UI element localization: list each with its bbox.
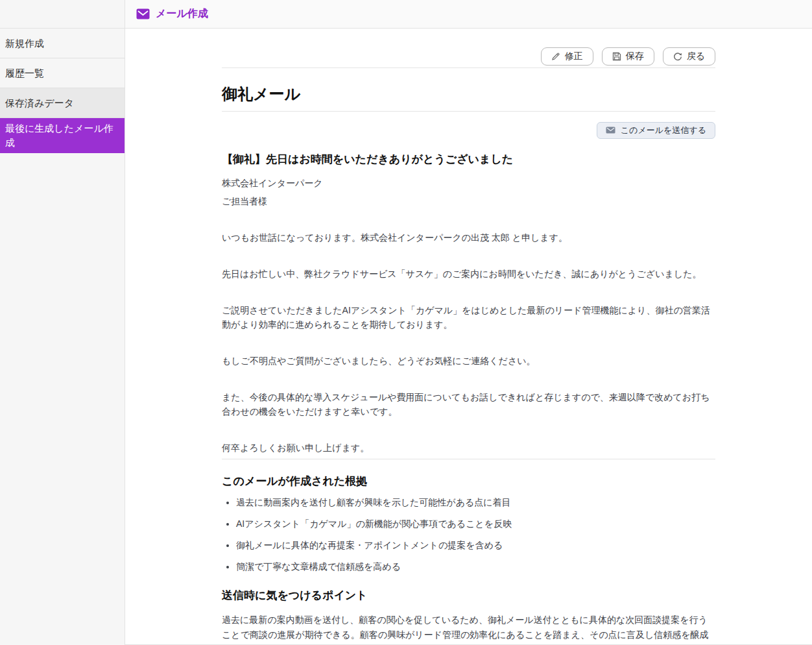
rationale-item: 過去に動画案内を送付し顧客が興味を示した可能性がある点に着目 bbox=[236, 496, 715, 509]
sidebar-item-history-list[interactable]: 履歴一覧 bbox=[0, 58, 125, 88]
email-body-line: また、今後の具体的な導入スケジュールや費用面についてもお話しできればと存じますの… bbox=[222, 390, 715, 419]
page-content: 修正 保存 bbox=[125, 29, 812, 645]
email-body-line bbox=[222, 372, 715, 386]
app-window: 新規作成 履歴一覧 保存済みデータ 最後に生成したメール作成 メール作成 bbox=[0, 0, 812, 645]
sidebar: 新規作成 履歴一覧 保存済みデータ 最後に生成したメール作成 bbox=[0, 0, 125, 645]
email-body-line: ご担当者様 bbox=[222, 194, 715, 208]
mail-envelope-icon bbox=[136, 8, 150, 19]
send-mail-button[interactable]: このメールを送信する bbox=[597, 122, 715, 139]
email-body-line: 株式会社インターパーク bbox=[222, 176, 715, 190]
toolbar: 修正 保存 bbox=[222, 47, 715, 68]
sidebar-item-saved-data[interactable]: 保存済みデータ bbox=[0, 88, 125, 118]
sidebar-header-spacer bbox=[0, 0, 125, 29]
send-envelope-icon bbox=[606, 126, 615, 136]
edit-button-label: 修正 bbox=[565, 51, 583, 62]
reload-icon bbox=[673, 52, 682, 61]
email-subject: 【御礼】先日はお時間をいただきありがとうございました bbox=[222, 152, 715, 166]
email-body-line bbox=[222, 212, 715, 226]
caution-heading: 送信時に気をつけるポイント bbox=[222, 588, 715, 603]
send-mail-button-label: このメールを送信する bbox=[621, 125, 706, 136]
email-body-line: もしご不明点やご質問がございましたら、どうぞお気軽にご連絡ください。 bbox=[222, 354, 715, 368]
app-title: メール作成 bbox=[156, 7, 208, 21]
caution-text: 過去に最新の案内動画を送付し、顧客の関心を促しているため、御礼メール送付とともに… bbox=[222, 613, 715, 645]
title-divider bbox=[222, 111, 715, 112]
email-body: 株式会社インターパーク ご担当者様 いつもお世話になっております。株式会社インタ… bbox=[222, 176, 715, 455]
email-body-line bbox=[222, 285, 715, 299]
email-body-line bbox=[222, 335, 715, 350]
save-button[interactable]: 保存 bbox=[602, 47, 654, 66]
save-button-label: 保存 bbox=[626, 51, 644, 62]
rationale-item: 簡潔で丁寧な文章構成で信頼感を高める bbox=[236, 560, 715, 574]
main-area: メール作成 修正 bbox=[125, 0, 812, 645]
email-body-line: ご説明させていただきましたAIアシスタント「カゲマル」をはじめとした最新のリード… bbox=[222, 303, 715, 332]
sidebar-nav: 新規作成 履歴一覧 保存済みデータ 最後に生成したメール作成 bbox=[0, 29, 125, 153]
email-body-line: 先日はお忙しい中、弊社クラウドサービス「サスケ」のご案内にお時間をいただき、誠に… bbox=[222, 267, 715, 281]
rationale-heading: このメールが作成された根拠 bbox=[222, 474, 715, 489]
rationale-list: 過去に動画案内を送付し顧客が興味を示した可能性がある点に着目 AIアシスタント「… bbox=[222, 496, 715, 574]
email-body-line: 何卒よろしくお願い申し上げます。 bbox=[222, 441, 715, 455]
email-body-line: いつもお世話になっております。株式会社インターパークの出茂 太郎 と申します。 bbox=[222, 230, 715, 245]
edit-button[interactable]: 修正 bbox=[541, 47, 593, 66]
page-title: 御礼メール bbox=[222, 86, 715, 103]
back-button-label: 戻る bbox=[687, 51, 705, 62]
body-divider bbox=[222, 459, 715, 459]
send-row: このメールを送信する bbox=[222, 122, 715, 139]
back-button[interactable]: 戻る bbox=[663, 47, 715, 66]
email-body-line bbox=[222, 422, 715, 437]
rationale-item: AIアシスタント「カゲマル」の新機能が関心事項であることを反映 bbox=[236, 517, 715, 531]
topbar: メール作成 bbox=[125, 0, 812, 29]
floppy-disk-icon bbox=[612, 52, 621, 61]
rationale-item: 御礼メールに具体的な再提案・アポイントメントの提案を含める bbox=[236, 539, 715, 552]
sidebar-item-last-generated-mail[interactable]: 最後に生成したメール作成 bbox=[0, 118, 125, 153]
pencil-icon bbox=[551, 52, 560, 61]
sidebar-item-new-creation[interactable]: 新規作成 bbox=[0, 29, 125, 58]
email-body-line bbox=[222, 249, 715, 263]
